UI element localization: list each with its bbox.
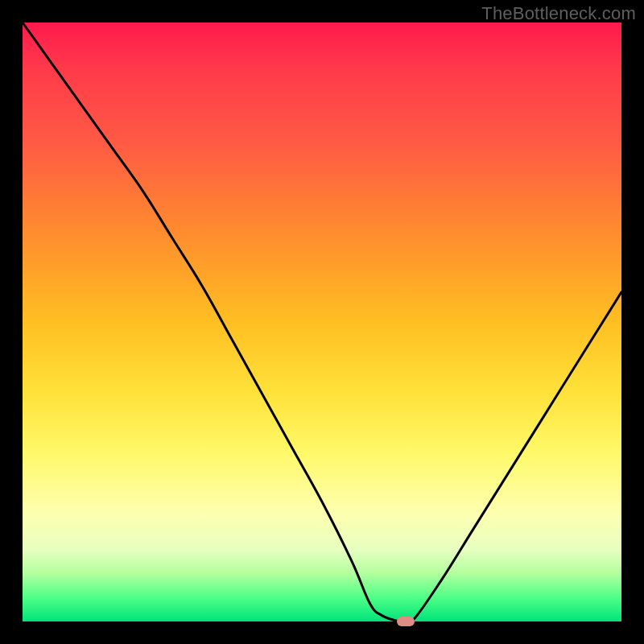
curve-path (23, 23, 621, 625)
optimal-marker (397, 617, 415, 626)
bottleneck-curve (23, 23, 621, 621)
watermark-text: TheBottleneck.com (481, 3, 636, 24)
plot-area (23, 23, 621, 621)
chart-frame: TheBottleneck.com (0, 0, 644, 644)
